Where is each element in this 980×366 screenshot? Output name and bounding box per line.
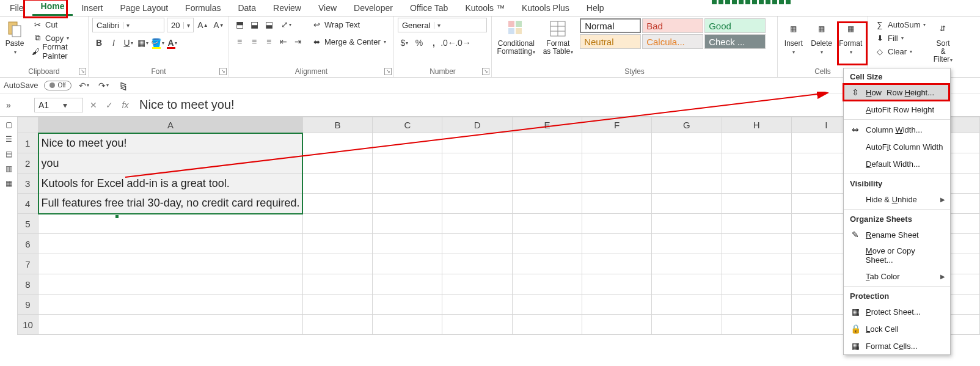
decrease-decimal-button[interactable]: .0→ — [456, 36, 470, 49]
clipboard-dialog-launcher[interactable]: ↘ — [79, 68, 86, 75]
fill-color-button[interactable]: 🪣▾ — [151, 36, 164, 49]
col-header-A[interactable]: A — [38, 117, 303, 133]
font-name-combo[interactable]: Calibri▾ — [92, 18, 164, 32]
tab-kutools[interactable]: Kutools ™ — [456, 1, 513, 16]
menu-tab-color[interactable]: Tab Color▶Tab Color — [844, 268, 950, 285]
row-header-8[interactable]: 8 — [18, 274, 38, 295]
autosave-toggle[interactable]: Off — [44, 81, 71, 90]
style-check[interactable]: Check ... — [704, 34, 766, 49]
tab-help[interactable]: Help — [578, 1, 613, 16]
delete-cells-button[interactable]: ▦Delete▾ — [810, 18, 834, 57]
style-calculation[interactable]: Calcula... — [642, 34, 703, 49]
col-header-H[interactable]: H — [722, 117, 791, 133]
align-middle-button[interactable]: ⬓ — [247, 18, 261, 31]
decrease-font-button[interactable]: A▼ — [212, 18, 225, 32]
worksheet-grid[interactable]: A B C D E F G H I J 1Nice to meet you! 2… — [17, 117, 980, 335]
style-bad[interactable]: Bad — [642, 18, 703, 33]
font-size-combo[interactable]: 20▾ — [167, 18, 194, 32]
col-header-F[interactable]: F — [582, 117, 652, 133]
increase-decimal-button[interactable]: .0← — [442, 36, 455, 49]
enter-formula-button[interactable]: ✓ — [101, 97, 117, 113]
undo-button[interactable]: ↶▾ — [78, 79, 91, 92]
font-dialog-launcher[interactable]: ↘ — [219, 68, 227, 75]
sort-filter-button[interactable]: ⇵Sort & Filter▾ — [932, 18, 954, 65]
font-color-button[interactable]: A▾ — [166, 36, 179, 49]
tab-view[interactable]: View — [310, 1, 345, 16]
number-format-combo[interactable]: General▾ — [398, 18, 487, 32]
paste-button[interactable]: Paste▾ — [4, 18, 26, 57]
style-good[interactable]: Good — [704, 18, 766, 33]
qat-customize[interactable]: ⧎ — [117, 79, 130, 92]
name-box[interactable]: A1▾ — [34, 98, 83, 112]
fill-button[interactable]: ⬇Fill▾ — [872, 31, 928, 45]
clear-button[interactable]: ◇Clear▾ — [872, 45, 928, 58]
col-header-D[interactable]: D — [442, 117, 512, 133]
italic-button[interactable]: I — [107, 36, 120, 49]
menu-default-width[interactable]: Default Width...Default Width... — [844, 155, 950, 172]
expand-pane-icon[interactable]: » — [0, 100, 17, 110]
comma-button[interactable]: , — [427, 36, 441, 49]
style-normal[interactable]: Normal — [580, 18, 641, 33]
orientation-button[interactable]: ⤢▾ — [277, 18, 295, 31]
tab-developer[interactable]: Developer — [345, 1, 401, 16]
bold-button[interactable]: B — [92, 36, 106, 49]
align-bottom-button[interactable]: ⬓ — [262, 18, 276, 31]
wrap-text-button[interactable]: ↩Wrap Text — [309, 18, 389, 31]
conditional-formatting-button[interactable]: Conditional Formatting▾ — [495, 18, 537, 57]
decrease-indent-button[interactable]: ⇤ — [277, 35, 290, 48]
side-icon[interactable]: ▥ — [5, 164, 12, 173]
cell-A1[interactable]: Nice to meet you! — [38, 133, 303, 153]
tab-formulas[interactable]: Formulas — [177, 1, 229, 16]
increase-indent-button[interactable]: ⇥ — [291, 35, 305, 48]
side-icon[interactable]: ☰ — [5, 135, 12, 144]
cell-A5[interactable] — [38, 214, 303, 234]
tab-data[interactable]: Data — [229, 1, 265, 16]
tab-insert[interactable]: Insert — [73, 1, 111, 16]
tab-kutools-plus[interactable]: Kutools Plus — [513, 1, 578, 16]
tab-home[interactable]: Home — [32, 0, 73, 16]
number-dialog-launcher[interactable]: ↘ — [482, 68, 489, 75]
border-button[interactable]: ▦▾ — [136, 36, 150, 49]
row-header-10[interactable]: 10 — [18, 315, 38, 335]
currency-button[interactable]: $▾ — [398, 36, 411, 49]
align-left-button[interactable]: ≡ — [233, 35, 246, 48]
menu-autofit-row[interactable]: AutoFit Row HeightAutoFit Row Height — [844, 101, 950, 118]
side-icon[interactable]: ▢ — [5, 120, 12, 129]
menu-lock-cell[interactable]: 🔒Lock CellLock Cell — [844, 320, 950, 337]
menu-move-copy[interactable]: Move or Copy Sheet...Move or Copy Sheet.… — [844, 243, 950, 268]
align-right-button[interactable]: ≡ — [262, 35, 276, 48]
underline-button[interactable]: U▾ — [122, 36, 135, 49]
insert-cells-button[interactable]: ▦Insert▾ — [781, 18, 806, 57]
col-header-G[interactable]: G — [652, 117, 722, 133]
style-neutral[interactable]: Neutral — [580, 34, 641, 49]
row-header-6[interactable]: 6 — [18, 234, 38, 254]
row-header-7[interactable]: 7 — [18, 254, 38, 274]
percent-button[interactable]: % — [412, 36, 426, 49]
tab-review[interactable]: Review — [265, 1, 310, 16]
row-header-1[interactable]: 1 — [18, 133, 38, 153]
menu-hide-unhide[interactable]: Hide & Unhide▶Hide & Unhide — [844, 191, 950, 208]
redo-button[interactable]: ↷▾ — [97, 79, 111, 92]
menu-protect-sheet[interactable]: ▦Protect Sheet...Protect Sheet... — [844, 303, 950, 320]
row-header-3[interactable]: 3 — [18, 174, 38, 194]
fx-button[interactable]: fx — [117, 97, 133, 113]
col-header-E[interactable]: E — [512, 117, 582, 133]
cell-A2[interactable]: you — [38, 153, 303, 174]
menu-rename-sheet[interactable]: ✎Rename SheetRename Sheet — [844, 226, 950, 243]
tab-page-layout[interactable]: Page Layout — [111, 1, 177, 16]
format-cells-button[interactable]: ▦Format▾ — [838, 18, 865, 57]
alignment-dialog-launcher[interactable]: ↘ — [384, 68, 392, 75]
fill-handle[interactable] — [115, 214, 119, 219]
menu-column-width[interactable]: ⇔Column Width...Column Width... — [844, 121, 950, 138]
align-center-button[interactable]: ≡ — [247, 35, 261, 48]
side-icon[interactable]: ▦ — [5, 179, 12, 188]
cell-styles-gallery[interactable]: Normal Bad Good Neutral Calcula... Check… — [579, 18, 773, 49]
menu-format-cells[interactable]: ▦Format Cells...Format Cells... — [844, 337, 950, 354]
increase-font-button[interactable]: A▲ — [196, 18, 210, 32]
menu-autofit-col[interactable]: AutoFit Column WidthAutoFit Column Width — [844, 138, 950, 155]
col-header-B[interactable]: B — [302, 117, 372, 133]
tab-office-tab[interactable]: Office Tab — [401, 1, 457, 16]
row-header-5[interactable]: 5 — [18, 214, 38, 234]
autosum-button[interactable]: ∑AutoSum▾ — [872, 18, 928, 31]
cut-button[interactable]: ✂Cut — [29, 18, 84, 31]
